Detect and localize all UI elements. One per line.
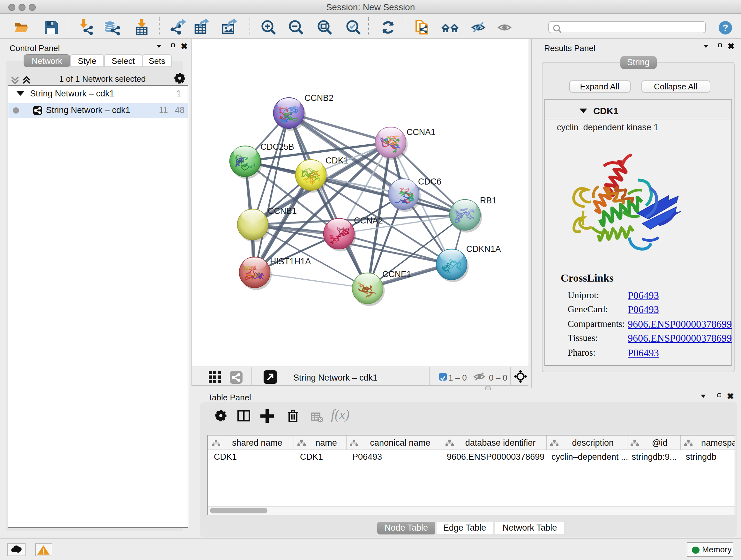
svg-text:CCNB1: CCNB1 (268, 206, 297, 216)
svg-text:CDC25B: CDC25B (260, 142, 294, 152)
svg-text:CCNA2: CCNA2 (354, 216, 383, 226)
svg-text:CCNA1: CCNA1 (407, 127, 435, 137)
svg-text:CDC6: CDC6 (418, 177, 441, 186)
svg-text:HIST1H1A: HIST1H1A (270, 257, 311, 266)
svg-text:CDK1: CDK1 (326, 156, 348, 165)
svg-text:?: ? (723, 22, 728, 33)
svg-text:RB1: RB1 (480, 196, 496, 205)
svg-text:CDKN1A: CDKN1A (466, 244, 501, 254)
svg-text:CCNB2: CCNB2 (305, 93, 333, 103)
svg-text:CCNE1: CCNE1 (382, 269, 411, 279)
